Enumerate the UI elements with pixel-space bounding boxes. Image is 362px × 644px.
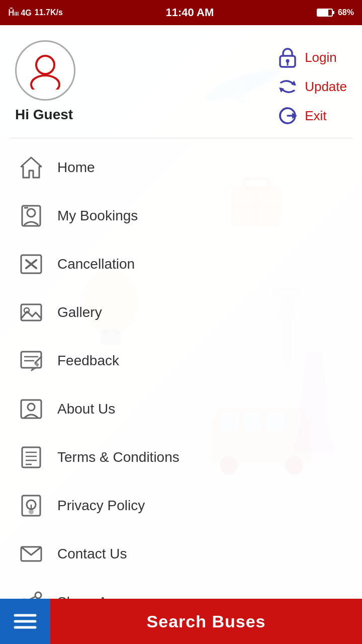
bookings-icon <box>18 203 44 229</box>
login-button[interactable]: Login <box>278 45 347 69</box>
svg-point-54 <box>28 404 35 411</box>
menu-list: Home My Bookings <box>0 138 362 631</box>
menu-label-about: About Us <box>57 401 115 417</box>
about-icon <box>18 396 44 422</box>
menu-item-terms[interactable]: Terms & Conditions <box>0 433 362 481</box>
svg-point-41 <box>27 209 35 217</box>
contact-icon <box>18 541 44 567</box>
menu-label-feedback: Feedback <box>57 353 119 369</box>
svg-rect-46 <box>21 304 41 320</box>
update-button[interactable]: Update <box>278 74 347 99</box>
avatar <box>15 40 75 101</box>
battery-icon <box>317 8 335 18</box>
hamburger-menu-button[interactable] <box>0 599 50 644</box>
svg-point-30 <box>31 75 59 90</box>
status-battery: 68% <box>317 8 354 18</box>
cancellation-icon <box>18 251 44 277</box>
privacy-icon <box>18 493 44 519</box>
menu-item-about[interactable]: About Us <box>0 385 362 433</box>
menu-label-privacy: Privacy Policy <box>57 498 145 514</box>
svg-rect-53 <box>21 400 41 418</box>
menu-label-gallery: Gallery <box>57 304 102 320</box>
signal-text: H̄ᵢₗₗ 4G <box>8 8 32 18</box>
home-icon <box>18 154 44 181</box>
svg-rect-27 <box>332 11 334 14</box>
search-buses-label: Search Buses <box>147 612 266 631</box>
status-signal: H̄ᵢₗₗ 4G 11.7K/s <box>8 8 63 18</box>
user-section: Hi Guest <box>15 40 75 123</box>
action-buttons: Login Update <box>278 40 347 128</box>
search-buses-button[interactable]: Search Buses <box>50 599 362 644</box>
status-time: 11:40 AM <box>166 6 214 19</box>
svg-rect-28 <box>318 10 328 16</box>
greeting-text: Hi Guest <box>15 107 73 123</box>
speed-text: 11.7K/s <box>35 8 63 17</box>
menu-item-bookings[interactable]: My Bookings <box>0 192 362 240</box>
terms-icon <box>18 444 44 470</box>
menu-item-contact[interactable]: Contact Us <box>0 530 362 578</box>
menu-label-cancellation: Cancellation <box>57 256 135 272</box>
battery-percent: 68% <box>338 8 354 17</box>
status-bar: H̄ᵢₗₗ 4G 11.7K/s 11:40 AM 68% <box>0 0 362 25</box>
menu-label-terms: Terms & Conditions <box>57 449 179 465</box>
exit-button[interactable]: Exit <box>278 104 347 128</box>
menu-item-gallery[interactable]: Gallery <box>0 288 362 337</box>
menu-label-home: Home <box>57 159 95 176</box>
login-label: Login <box>305 50 337 65</box>
menu-label-contact: Contact Us <box>57 546 127 562</box>
bottom-bar: Search Buses <box>0 599 362 644</box>
svg-point-62 <box>29 509 34 514</box>
menu-label-bookings: My Bookings <box>57 208 138 224</box>
svg-marker-39 <box>21 157 41 178</box>
exit-icon <box>278 106 298 126</box>
update-icon <box>278 76 298 97</box>
lock-icon <box>278 47 298 67</box>
header-area: Hi Guest Login <box>0 25 362 138</box>
menu-item-home[interactable]: Home <box>0 143 362 192</box>
svg-point-29 <box>36 56 54 74</box>
exit-label: Exit <box>305 108 326 124</box>
svg-point-65 <box>35 592 41 598</box>
gallery-icon <box>18 299 44 326</box>
menu-item-cancellation[interactable]: Cancellation <box>0 240 362 288</box>
feedback-icon <box>18 348 44 374</box>
menu-item-feedback[interactable]: Feedback <box>0 337 362 385</box>
menu-item-privacy[interactable]: Privacy Policy <box>0 481 362 530</box>
update-label: Update <box>305 79 347 95</box>
